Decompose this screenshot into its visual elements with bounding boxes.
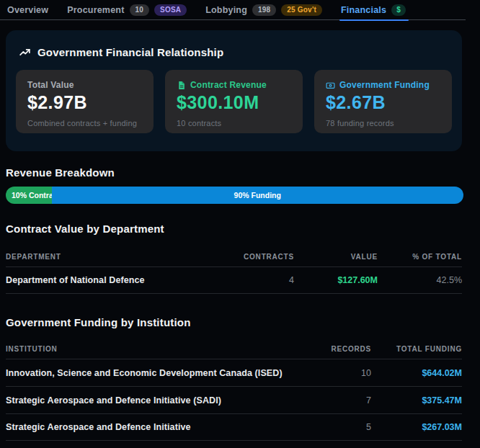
col-pct-of-total: % OF TOTAL	[378, 253, 462, 261]
table-row[interactable]: Department of National Defence 4 $127.60…	[6, 266, 462, 294]
contracts-table: DEPARTMENT CONTRACTS VALUE % OF TOTAL De…	[6, 246, 462, 294]
contract-revenue-sub: 10 contracts	[177, 119, 291, 127]
govt-count-badge: 25 Gov't	[281, 4, 322, 16]
revenue-breakdown-title: Revenue Breakdown	[6, 166, 115, 179]
funding-table-title: Government Funding by Institution	[6, 316, 191, 328]
financial-relationship-card: Government Financial Relationship Total …	[6, 30, 462, 151]
contract-value: $127.60M	[294, 275, 378, 285]
pct-of-total: 42.5%	[378, 275, 462, 285]
tab-overview-label: Overview	[7, 5, 48, 15]
revenue-breakdown-bar: 10% Contracts 90% Funding	[6, 187, 463, 204]
lobbying-count-badge: 198	[252, 4, 276, 16]
institution-name: Innovation, Science and Economic Develop…	[6, 368, 293, 378]
financial-card-title: Government Financial Relationship	[37, 46, 223, 58]
contracts-table-header: DEPARTMENT CONTRACTS VALUE % OF TOTAL	[6, 246, 462, 266]
contracts-table-title: Contract Value by Department	[6, 223, 164, 235]
tab-lobbying-label: Lobbying	[205, 5, 247, 15]
stat-card-total-value: Total Value $2.97B Combined contracts + …	[16, 70, 154, 133]
records-count: 5	[293, 422, 371, 432]
contracts-count: 4	[209, 275, 294, 285]
tab-procurement-label: Procurement	[67, 5, 124, 15]
total-funding-value: $267.03M	[371, 422, 462, 432]
contract-revenue-label: Contract Revenue	[190, 80, 267, 90]
col-department: DEPARTMENT	[6, 253, 209, 261]
col-value: VALUE	[294, 253, 378, 261]
tab-financials[interactable]: Financials $	[341, 0, 406, 20]
financial-card-header: Government Financial Relationship	[6, 30, 462, 58]
document-icon	[177, 81, 186, 90]
tab-lobbying[interactable]: Lobbying 198 25 Gov't	[205, 0, 322, 20]
col-records: RECORDS	[293, 345, 371, 353]
stats-row: Total Value $2.97B Combined contracts + …	[16, 70, 452, 133]
records-count: 7	[293, 395, 371, 406]
trending-up-icon	[19, 46, 31, 58]
total-value-amount: $2.97B	[27, 92, 142, 113]
funding-table-header: INSTITUTION RECORDS TOTAL FUNDING	[6, 339, 462, 359]
contract-revenue-amount: $300.10M	[177, 92, 291, 113]
department-name: Department of National Defence	[6, 275, 209, 285]
table-row[interactable]: Innovation, Science and Economic Develop…	[6, 359, 462, 386]
funding-table: INSTITUTION RECORDS TOTAL FUNDING Innova…	[6, 339, 462, 441]
institution-name: Strategic Aerospace and Defence Initiati…	[6, 395, 293, 406]
col-total-funding: TOTAL FUNDING	[371, 345, 462, 353]
tab-bar: Overview Procurement 10 SOSA Lobbying 19…	[0, 0, 466, 20]
tab-financials-label: Financials	[341, 5, 386, 15]
total-funding-value: $375.47M	[371, 395, 462, 406]
funding-bar-segment: 90% Funding	[52, 187, 464, 204]
dollar-badge: $	[391, 4, 406, 16]
contracts-bar-segment: 10% Contracts	[6, 187, 52, 204]
total-value-sub: Combined contracts + funding	[27, 119, 142, 127]
records-count: 10	[293, 368, 371, 378]
table-row[interactable]: Strategic Aerospace and Defence Initiati…	[6, 413, 462, 441]
col-institution: INSTITUTION	[6, 345, 293, 353]
tab-overview[interactable]: Overview	[7, 0, 48, 20]
banknote-icon	[326, 81, 335, 90]
stat-card-contract-revenue: Contract Revenue $300.10M 10 contracts	[165, 70, 303, 133]
tab-procurement[interactable]: Procurement 10 SOSA	[67, 0, 187, 20]
funding-segment-label: 90% Funding	[234, 191, 281, 200]
sosa-badge: SOSA	[154, 4, 187, 16]
total-funding-value: $644.02M	[371, 368, 462, 378]
stat-card-government-funding: Government Funding $2.67B 78 funding rec…	[314, 70, 452, 133]
government-funding-label: Government Funding	[339, 80, 430, 90]
total-value-label: Total Value	[27, 80, 142, 90]
government-funding-sub: 78 funding records	[326, 119, 440, 127]
government-funding-amount: $2.67B	[326, 92, 440, 113]
col-contracts: CONTRACTS	[209, 253, 294, 261]
procurement-count-badge: 10	[130, 4, 150, 16]
table-row[interactable]: Strategic Aerospace and Defence Initiati…	[6, 386, 462, 413]
institution-name: Strategic Aerospace and Defence Initiati…	[6, 422, 293, 432]
